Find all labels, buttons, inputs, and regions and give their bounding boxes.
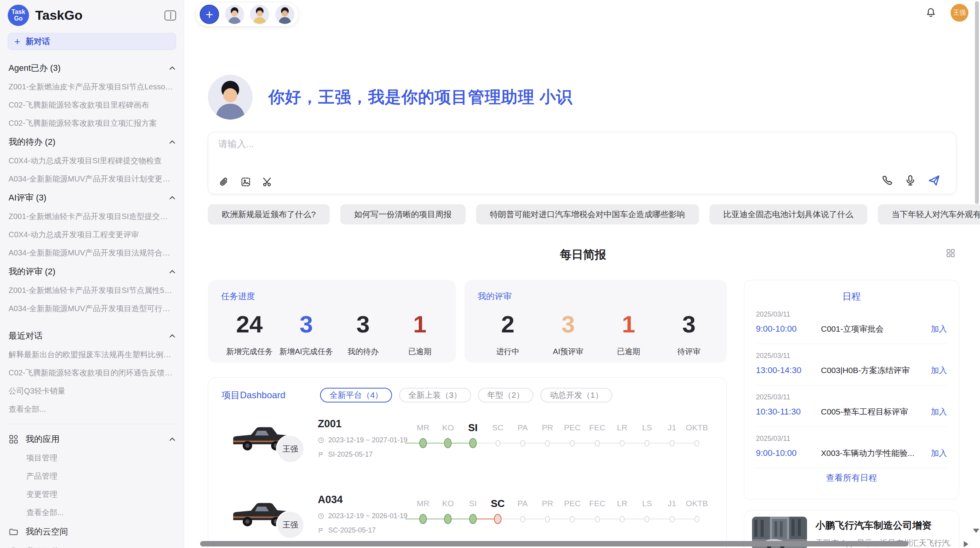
chat-input[interactable] [218,138,838,170]
milestone-labels: MR KO SI SC PA PR PEC FEC LR LS J1 OKTB [411,421,709,434]
logo-line1: Task [12,9,25,15]
app-title: TaskGo [35,8,158,23]
sidebar-item-view-all[interactable]: 查看全部... [9,400,175,418]
phone-icon[interactable] [881,174,893,187]
add-agent-button[interactable]: + [200,5,219,24]
user-avatar[interactable]: 王强 [951,4,968,22]
scissors-icon[interactable] [262,176,273,188]
sidebar-item-app[interactable]: 变更管理 [9,485,175,503]
suggestion-chip[interactable]: 如何写一份清晰的项目周报 [340,204,466,224]
sidebar-item[interactable]: 公司Q3轻卡销量 [9,382,175,400]
project-row-z001[interactable]: 王强 Z001 2023-12-19 ~ 2027-01-19 SI-2025-… [208,417,726,478]
collapse-sidebar-icon[interactable] [164,10,176,21]
send-icon[interactable] [927,174,941,187]
vertical-scrollbar[interactable] [975,1,979,204]
join-link[interactable]: 加入 [931,406,947,417]
paperclip-icon[interactable] [218,176,230,188]
event-time: 9:00-10:00 [756,324,821,334]
join-link[interactable]: 加入 [931,324,947,334]
agent-avatar[interactable] [225,5,244,24]
project-owner-badge: 王强 [277,436,303,462]
section-label: 我的评审 (2) [9,266,55,277]
image-icon[interactable] [240,176,252,188]
sidebar-item[interactable]: Z001-全新燃油皮卡产品开发项目SI节点Lesson Learn报告 [9,78,175,96]
horizontal-scrollbar[interactable] [200,541,908,546]
agent-avatar[interactable] [250,5,269,24]
flag-icon [318,451,324,458]
suggestion-chip[interactable]: 当下年轻人对汽车外观有怎样的喜好趋势 [878,204,980,224]
greeting-text: 你好，王强，我是你的项目管理助理 小识 [268,86,573,108]
schedule-event: 2025/03/11 9:00-10:00 X003-车辆动力学性能验... 加… [756,427,947,468]
sidebar-item[interactable]: C0X4-动力总成开发项目SI里程碑提交物检查 [9,152,175,170]
sidebar-item[interactable]: C02-飞腾新能源轻客改款项目立项汇报方案 [9,114,175,132]
project-name: A034 [318,494,408,506]
stat-caption: 待评审 [659,346,719,357]
sidebar-item[interactable]: A034-全新新能源MUV产品开发项目造型可行性评审 [9,300,175,318]
sidebar-item-app[interactable]: 项目管理 [9,449,175,467]
sidebar-item-app[interactable]: 产品管理 [9,467,175,485]
suggestion-chip[interactable]: 欧洲新规最近颁布了什么? [208,204,330,224]
project-row-a034[interactable]: 王强 A034 2023-12-19 ~ 2026-01-19 SC-2025-… [208,493,726,548]
sidebar-item[interactable]: C02-飞腾新能源轻客改款项目里程碑画布 [9,96,175,114]
project-dates: 2023-12-19 ~ 2026-01-19 [318,512,408,520]
milestone-label: LS [635,497,660,510]
suggestion-chip[interactable]: 比亚迪全固态电池计划具体说了什么 [709,204,867,224]
stat: 3 AI预评审 [538,312,598,357]
assistant-hero: 你好，王强，我是你的项目管理助理 小识 [208,75,573,120]
assistant-avatar [208,75,253,120]
milestone-label: PEC [560,497,585,510]
milestone-label: KO [435,421,460,434]
chevron-up-icon [169,66,175,70]
sidebar-item[interactable]: C0X4-动力总成开发项目工程变更评审 [9,226,175,244]
tab-year-model[interactable]: 年型（2） [478,388,534,402]
section-header-my-todo[interactable]: 我的待办 (2) [9,132,175,152]
section-header-my-review[interactable]: 我的评审 (2) [9,262,175,281]
section-header-recent-chats[interactable]: 最近对话 [9,326,175,346]
event-name: X003-车辆动力学性能验... [821,448,931,459]
project-dashboard-card: 项目Dashboard 全新平台（4） 全新上装（3） 年型（2） 动总开发（1… [208,377,727,548]
briefing-title: 每日简报 [560,248,607,261]
section-label: 我的应用 [26,433,60,445]
project-info: A034 2023-12-19 ~ 2026-01-19 SC-2025-05-… [318,494,408,534]
milestone-label: MR [411,421,435,434]
stat: 3 我的待办 [335,312,392,357]
sidebar-item-favorites[interactable]: 我的收藏 [9,542,175,548]
view-all-schedule-link[interactable]: 查看所有日程 [756,472,947,484]
scroll-right-arrow[interactable] [964,541,968,547]
section-header-agent-done[interactable]: Agent已办 (3) [9,58,175,78]
join-link[interactable]: 加入 [931,365,947,376]
section-label: 我的待办 (2) [9,136,55,148]
sidebar-item[interactable]: C02-飞腾新能源轻客改款项目的闭环通告反馈情况 [9,364,175,382]
event-name: C005-整车工程目标评审 [821,406,931,417]
bell-icon[interactable] [925,7,937,19]
card-label: 我的评审 [478,291,727,302]
event-date: 2025/03/11 [756,435,947,443]
suggestion-chip[interactable]: 特朗普可能对进口汽车增税会对中国车企造成哪些影响 [476,204,699,224]
tab-powertrain[interactable]: 动总开发（1） [540,388,612,402]
tab-all-new-platform[interactable]: 全新平台（4） [320,388,392,402]
section-header-my-apps[interactable]: 我的应用 [9,430,175,449]
join-link[interactable]: 加入 [931,448,947,459]
stat-value: 1 [598,312,659,336]
divider [9,424,175,424]
stat-caption: 我的待办 [335,346,392,357]
dashboard-title: 项目Dashboard [221,389,285,401]
stat-value: 3 [538,312,598,336]
task-progress-card: 任务进度 24 新增完成任务 3 新增AI完成任务 3 我的待办 1 已逾期 [208,280,456,363]
sidebar-item[interactable]: Z001-全新燃油轻卡产品开发项目SI造型提交物评审 [9,207,175,226]
new-chat-button[interactable]: + 新对话 [8,33,176,50]
grid-layout-icon[interactable] [945,248,956,259]
sidebar-item-app-view-all[interactable]: 查看全部... [9,503,175,522]
stat-caption: 已逾期 [391,346,448,357]
mic-icon[interactable] [904,174,917,187]
sidebar-item[interactable]: Z001-全新燃油轻卡产品开发项目SI节点属性5D文件评审 [9,281,175,300]
agent-avatar[interactable] [275,5,295,24]
milestone-label: SC [485,421,510,434]
tab-new-body[interactable]: 全新上装（3） [399,388,471,402]
sidebar-item[interactable]: A034-全新新能源MUV产品开发项目法规符合性评审 [9,244,175,262]
sidebar-item[interactable]: 解释最新出台的欧盟报废车法规再生塑料比例被调至15%... [9,346,175,364]
sidebar-item-cloud-space[interactable]: 我的云空间 [9,522,175,542]
sidebar-item[interactable]: A034-全新新能源MUV产品开发项目计划变更表编写 [9,170,175,188]
scroll-down-arrow[interactable] [973,529,979,533]
section-header-ai-review[interactable]: AI评审 (3) [9,188,175,207]
